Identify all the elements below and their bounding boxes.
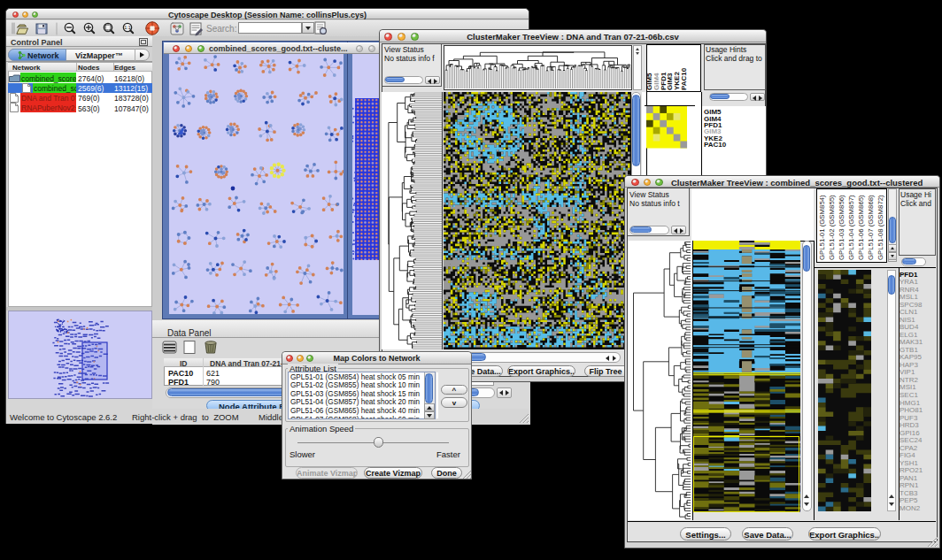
svg-text:PAC10: PAC10 <box>680 67 688 90</box>
svg-text:1:1: 1:1 <box>124 25 131 30</box>
svg-text:MON2: MON2 <box>900 504 921 512</box>
